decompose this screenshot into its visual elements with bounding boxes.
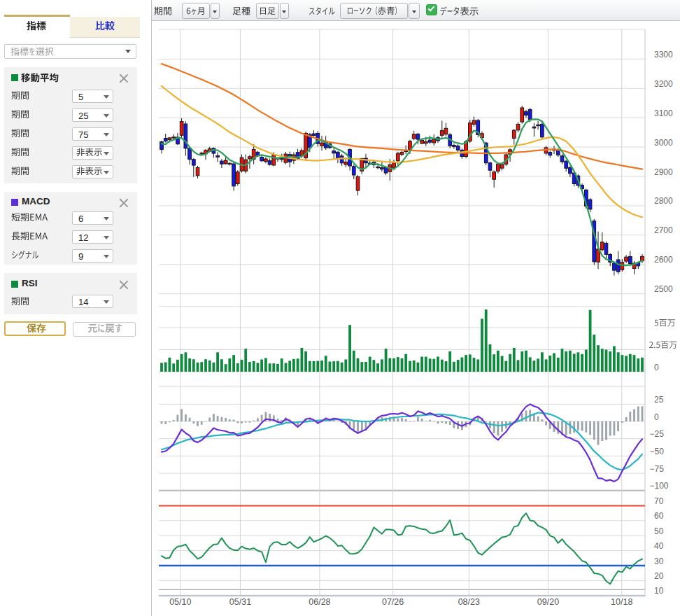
svg-text:3100: 3100	[654, 108, 673, 118]
svg-text:10/18: 10/18	[611, 597, 632, 607]
svg-text:05/10: 05/10	[169, 597, 191, 607]
svg-text:09/20: 09/20	[537, 597, 559, 607]
svg-text:08/23: 08/23	[458, 597, 480, 607]
svg-text:2900: 2900	[654, 167, 673, 177]
svg-text:25: 25	[654, 395, 664, 405]
svg-text:2800: 2800	[654, 196, 673, 206]
svg-text:0: 0	[654, 363, 659, 372]
svg-text:05/31: 05/31	[229, 597, 251, 607]
svg-text:0: 0	[654, 412, 659, 422]
svg-text:3200: 3200	[654, 79, 673, 89]
svg-text:3300: 3300	[654, 50, 673, 59]
svg-text:2700: 2700	[654, 225, 673, 235]
svg-text:60: 60	[654, 511, 664, 521]
svg-text:−50: −50	[650, 447, 665, 456]
svg-text:−25: −25	[650, 429, 665, 439]
svg-text:07/26: 07/26	[382, 597, 404, 607]
svg-text:−75: −75	[650, 464, 665, 474]
svg-text:2500: 2500	[654, 284, 673, 294]
svg-text:−100: −100	[650, 481, 669, 491]
svg-text:06/28: 06/28	[309, 597, 330, 607]
svg-text:40: 40	[654, 541, 664, 551]
svg-text:20: 20	[654, 571, 664, 581]
svg-text:50: 50	[654, 526, 664, 536]
svg-text:70: 70	[654, 496, 664, 506]
svg-text:2600: 2600	[654, 255, 673, 265]
svg-text:3000: 3000	[654, 138, 673, 148]
svg-text:10: 10	[654, 586, 664, 596]
svg-text:30: 30	[654, 556, 664, 566]
